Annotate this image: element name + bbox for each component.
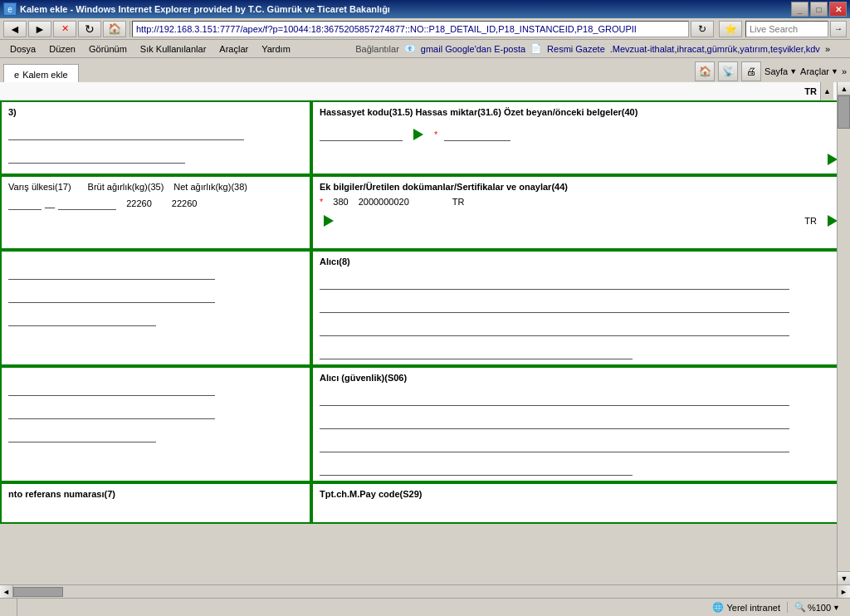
varis-dash: __	[45, 198, 55, 208]
vscroll-thumb[interactable]	[838, 95, 850, 129]
bookmarks-more[interactable]: »	[825, 44, 830, 54]
vertical-scrollbar[interactable]: ▲ ▼	[837, 82, 850, 584]
brut-label: Brüt ağırlık(kg)(35)	[88, 182, 164, 192]
section-3-input[interactable]	[8, 127, 244, 140]
empty2-input1[interactable]	[8, 383, 215, 396]
section-alici: Alıcı(8)	[311, 250, 850, 366]
vscroll-top-btn[interactable]: ▲	[820, 82, 833, 100]
app-icon: e	[3, 2, 17, 16]
varis-ulkesi-input[interactable]	[8, 197, 42, 210]
menu-sik[interactable]: Sık Kullanılanlar	[134, 41, 213, 57]
alici-input3[interactable]	[320, 323, 789, 336]
zoom-chevron-icon: ▼	[833, 604, 840, 612]
form-row-4: Alıcı (güvenlik)(S06)	[0, 366, 850, 482]
rss-button[interactable]: 📡	[718, 61, 738, 81]
section-nto: nto referans numarası(7)	[0, 482, 311, 524]
hassasiyet-kodu-input[interactable]	[320, 128, 403, 141]
section-left-empty1	[0, 250, 311, 366]
address-text: http://192.168.3.151:7777/apex/f?p=10044…	[136, 24, 637, 34]
page-label: Sayfa	[765, 66, 788, 76]
ek-col2: 380	[333, 197, 348, 207]
section-3-label: 3)	[8, 107, 303, 117]
section-alici-guvenlik: Alıcı (güvenlik)(S06)	[311, 366, 850, 482]
tools-label: Araçlar	[800, 66, 829, 76]
close-button[interactable]: ✕	[829, 2, 847, 17]
empty1-input2[interactable]	[8, 290, 215, 303]
favorites-icon[interactable]: ⭐	[719, 21, 742, 37]
maximize-button[interactable]: □	[810, 2, 828, 17]
bookmark-gmail-icon: 📧	[404, 43, 416, 54]
forward-button[interactable]: ►	[28, 21, 51, 37]
empty2-input2[interactable]	[8, 406, 215, 419]
hscroll-right-btn[interactable]: ►	[837, 585, 850, 599]
hassasiyet-arrow-btn[interactable]	[409, 125, 427, 144]
menu-dosya[interactable]: Dosya	[3, 41, 42, 57]
section-hassasiyet: Hassasyet kodu(31.5) Hassas miktar(31.6)…	[311, 100, 850, 175]
section-3-input2[interactable]	[8, 150, 185, 164]
top-strip-value: TR	[804, 86, 817, 96]
search-input[interactable]	[745, 21, 828, 37]
toolbar: e Kalem ekle 🏠 📡 🖨 Sayfa ▼ Araçlar ▼ »	[0, 58, 850, 85]
address-bar[interactable]: http://192.168.3.151:7777/apex/f?p=10044…	[132, 21, 689, 37]
status-zoom[interactable]: 🔍 %100 ▼	[788, 602, 847, 613]
hscroll-thumb[interactable]	[13, 587, 63, 597]
bookmark-gmail[interactable]: gmail Google'dan E-posta	[421, 44, 525, 54]
page-dropdown[interactable]: Sayfa ▼	[765, 66, 797, 76]
home-toolbar-button[interactable]: 🏠	[695, 61, 715, 81]
alici-input4[interactable]	[320, 346, 633, 359]
hassas-miktar-input[interactable]	[444, 128, 510, 141]
status-intranet: 🌐 Yerel intranet	[706, 602, 788, 613]
menu-gorunum[interactable]: Görünüm	[82, 41, 134, 57]
brut-agirlik-value: 22260	[126, 198, 152, 208]
menu-yardim[interactable]: Yardım	[255, 41, 297, 57]
form-row-5: nto referans numarası(7) Tpt.ch.M.Pay co…	[0, 482, 850, 524]
home-button[interactable]: 🏠	[103, 21, 126, 37]
top-strip: TR ▲	[0, 82, 850, 100]
empty1-input3[interactable]	[8, 313, 156, 326]
nto-label: nto referans numarası(7)	[8, 489, 303, 499]
intranet-icon: 🌐	[712, 602, 724, 613]
menu-duzen[interactable]: Düzen	[42, 41, 82, 57]
back-button[interactable]: ◄	[3, 21, 27, 37]
alici-input1[interactable]	[320, 276, 789, 290]
search-go-button[interactable]: →	[830, 21, 847, 37]
refresh-addr-button[interactable]: ↻	[691, 21, 714, 37]
zoom-icon: 🔍	[794, 602, 806, 613]
bookmark-resmi[interactable]: Resmi Gazete	[547, 44, 605, 54]
ek-col3: 2000000020	[359, 197, 409, 207]
menu-araclar[interactable]: Araçlar	[212, 41, 255, 57]
bookmark-resmi-icon: 📄	[530, 43, 542, 54]
ek-tr1: TR	[452, 197, 465, 207]
ek-asterisk: *	[320, 197, 323, 207]
vscroll-down-btn[interactable]: ▼	[838, 571, 850, 584]
form-row-1: 3) Hassasyet kodu(31.5) Hassas miktar(31…	[0, 100, 850, 175]
empty2-input3[interactable]	[8, 429, 156, 442]
ek-arrow-btn1[interactable]	[320, 212, 338, 230]
tools-dropdown[interactable]: Araçlar ▼	[800, 66, 838, 76]
toolbar-more[interactable]: »	[842, 66, 847, 76]
main-content-wrapper: TR ▲ 3) Hassasyet kodu(31.5) Hassa	[0, 82, 850, 584]
alici-g-input4[interactable]	[320, 462, 633, 476]
alici-input2[interactable]	[320, 300, 789, 313]
tab-kalem-ekle[interactable]: e Kalem ekle	[3, 64, 79, 84]
net-label: Net ağırlık(kg)(38)	[173, 182, 247, 192]
alici-guvenlik-label: Alıcı (güvenlik)(S06)	[320, 373, 842, 383]
empty1-input1[interactable]	[8, 266, 215, 280]
horizontal-scrollbar[interactable]: ◄ ►	[0, 584, 850, 598]
stop-button[interactable]: ✕	[53, 21, 76, 37]
print-button[interactable]: 🖨	[741, 61, 761, 81]
hscroll-left-btn[interactable]: ◄	[0, 585, 13, 599]
alici-g-input2[interactable]	[320, 416, 789, 429]
brut-agirlik-input[interactable]	[58, 197, 116, 210]
window-title: Kalem ekle - Windows Internet Explorer p…	[20, 4, 390, 14]
minimize-button[interactable]: _	[791, 2, 808, 17]
alici-g-input3[interactable]	[320, 439, 789, 452]
form-container: TR ▲ 3) Hassasyet kodu(31.5) Hassa	[0, 82, 850, 524]
bookmark-mevzuat[interactable]: .Mevzuat-ithalat,ihracat,gümrük,yatırım,…	[610, 44, 820, 54]
alici-g-input1[interactable]	[320, 393, 789, 406]
content-scroll[interactable]: TR ▲ 3) Hassasyet kodu(31.5) Hassa	[0, 82, 850, 584]
vscroll-up-btn[interactable]: ▲	[838, 82, 850, 95]
tools-chevron-icon: ▼	[831, 67, 838, 76]
window-controls: _ □ ✕	[791, 2, 847, 17]
refresh-button[interactable]: ↻	[78, 21, 101, 37]
